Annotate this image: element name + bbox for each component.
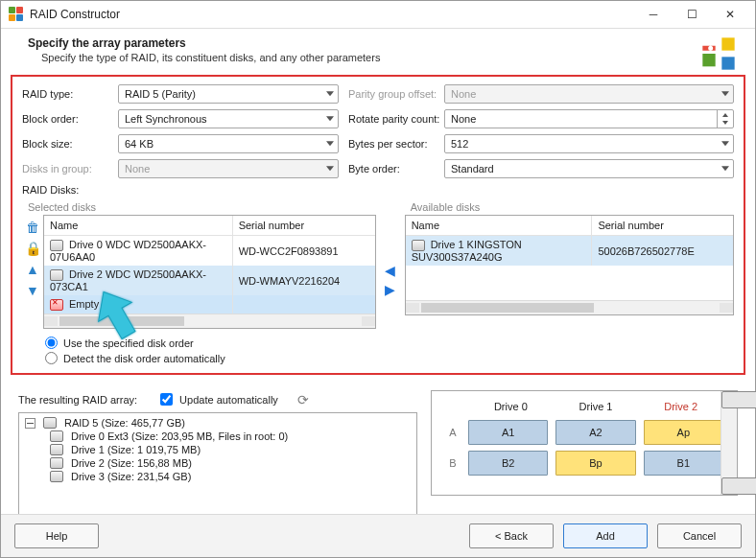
move-up-button[interactable]: ▲ bbox=[24, 261, 41, 278]
app-icon bbox=[9, 7, 24, 22]
delete-disk-button[interactable]: 🗑 bbox=[24, 219, 41, 236]
page-description: Specify the type of RAID, its constituen… bbox=[28, 52, 740, 63]
wizard-header: Specify the array parameters Specify the… bbox=[1, 29, 755, 73]
drive-icon bbox=[50, 269, 63, 281]
cancel-button[interactable]: Cancel bbox=[657, 523, 742, 548]
rotate-parity-label: Rotate parity count: bbox=[348, 113, 444, 125]
v-scrollbar[interactable] bbox=[721, 391, 737, 495]
raid-type-label: RAID type: bbox=[22, 88, 118, 100]
map-header: Drive 2 bbox=[638, 401, 723, 412]
parameters-frame: RAID type: RAID 5 (Parity) Parity group … bbox=[11, 75, 745, 375]
list-item[interactable]: Drive 0 WDC WD2500AAKX-07U6AA0 WD-WCC2F0… bbox=[44, 236, 375, 266]
drive-icon bbox=[50, 430, 63, 442]
chevron-down-icon bbox=[721, 141, 729, 146]
chevron-down-icon bbox=[326, 91, 334, 96]
help-button[interactable]: Help bbox=[14, 523, 99, 548]
back-button[interactable]: < Back bbox=[469, 523, 554, 548]
bytes-per-sector-label: Bytes per sector: bbox=[348, 138, 444, 150]
lock-disk-button[interactable]: 🔒 bbox=[24, 240, 41, 257]
block-order-label: Block order: bbox=[22, 113, 118, 125]
refresh-icon[interactable]: ⟳ bbox=[297, 392, 309, 407]
map-cell: Ap bbox=[644, 420, 723, 445]
map-header: Drive 0 bbox=[468, 401, 554, 412]
drive-icon bbox=[50, 444, 63, 455]
list-item[interactable]: Drive 2 WDC WD2500AAKX-073CA1 WD-WMAYV22… bbox=[44, 266, 375, 295]
puzzle-icon bbox=[699, 35, 738, 75]
raid-disks-area: Selected disks 🗑 🔒 ▲ ▼ Name Serial numbe… bbox=[22, 201, 734, 329]
window-title: RAID Constructor bbox=[30, 8, 120, 21]
tree-item[interactable]: RAID 5 (Size: 465,77 GB) bbox=[25, 416, 411, 430]
app-window: RAID Constructor ─ ☐ ✕ Specify the array… bbox=[0, 0, 756, 558]
bytes-per-sector-combo[interactable]: 512 bbox=[444, 134, 734, 153]
wizard-footer: Help < Back Add Cancel bbox=[1, 514, 755, 557]
result-section: The resulting RAID array: Update automat… bbox=[1, 381, 755, 522]
parity-offset-label: Parity group offset: bbox=[348, 88, 444, 100]
spinner-icon[interactable] bbox=[717, 110, 733, 128]
col-name[interactable]: Name bbox=[44, 216, 233, 235]
h-scrollbar[interactable] bbox=[406, 300, 733, 314]
update-auto-checkbox[interactable]: Update automatically bbox=[156, 390, 278, 408]
disks-in-group-label: Disks in group: bbox=[22, 163, 118, 174]
col-name[interactable]: Name bbox=[406, 216, 593, 235]
map-cell: Bp bbox=[555, 451, 635, 476]
rotate-parity-spin[interactable]: None bbox=[444, 109, 734, 128]
block-size-combo[interactable]: 64 KB bbox=[118, 134, 339, 153]
map-row: B B2 Bp B1 bbox=[445, 451, 723, 476]
tree-item[interactable]: Drive 3 (Size: 231,54 GB) bbox=[25, 470, 411, 483]
map-cell: B1 bbox=[644, 451, 723, 476]
transfer-buttons: ◀ ▶ bbox=[380, 201, 401, 329]
selected-disks-label: Selected disks bbox=[28, 201, 376, 213]
chevron-down-icon bbox=[326, 141, 334, 146]
use-specified-order-radio[interactable]: Use the specified disk order bbox=[45, 337, 734, 349]
block-size-label: Block size: bbox=[22, 138, 118, 150]
selected-disks-list[interactable]: Name Serial number Drive 0 WDC WD2500AAK… bbox=[43, 215, 376, 329]
raid-disks-label: RAID Disks: bbox=[22, 184, 734, 196]
raid-type-combo[interactable]: RAID 5 (Parity) bbox=[118, 84, 339, 104]
maximize-button[interactable]: ☐ bbox=[673, 1, 711, 28]
minimize-button[interactable]: ─ bbox=[634, 1, 673, 28]
map-cell: A1 bbox=[468, 420, 548, 445]
map-header: Drive 1 bbox=[554, 401, 639, 412]
byte-order-label: Byte order: bbox=[348, 163, 444, 174]
selected-disks-toolbar: 🗑 🔒 ▲ ▼ bbox=[22, 215, 43, 329]
tree-item[interactable]: Drive 0 Ext3 (Size: 203,95 MB, Files in … bbox=[25, 430, 411, 443]
drive-icon bbox=[50, 240, 63, 251]
parity-offset-combo: None bbox=[444, 84, 734, 104]
drive-icon bbox=[50, 471, 63, 482]
h-scrollbar[interactable] bbox=[44, 314, 375, 328]
remove-from-selected-button[interactable]: ▶ bbox=[382, 283, 399, 296]
drive-icon bbox=[412, 240, 425, 251]
close-button[interactable]: ✕ bbox=[711, 1, 749, 28]
tree-item[interactable]: Drive 2 (Size: 156,88 MB) bbox=[25, 456, 411, 470]
map-cell: A2 bbox=[555, 420, 635, 445]
chevron-down-icon bbox=[721, 166, 729, 171]
result-tree[interactable]: RAID 5 (Size: 465,77 GB) Drive 0 Ext3 (S… bbox=[18, 412, 417, 516]
block-order-combo[interactable]: Left Synchronous bbox=[118, 109, 339, 128]
col-serial[interactable]: Serial number bbox=[592, 216, 733, 235]
chevron-down-icon bbox=[326, 116, 334, 121]
detect-order-radio[interactable]: Detect the disk order automatically bbox=[45, 352, 734, 364]
col-serial[interactable]: Serial number bbox=[233, 216, 375, 235]
add-to-selected-button[interactable]: ◀ bbox=[382, 264, 399, 277]
available-disks-label: Available disks bbox=[411, 201, 734, 213]
raid-icon bbox=[43, 417, 57, 429]
add-button[interactable]: Add bbox=[563, 523, 648, 548]
list-item[interactable]: Drive 1 KINGSTON SUV300S37A240G 50026B72… bbox=[406, 236, 733, 266]
move-down-button[interactable]: ▼ bbox=[24, 282, 41, 299]
map-row: A A1 A2 Ap bbox=[445, 420, 723, 445]
title-bar: RAID Constructor ─ ☐ ✕ bbox=[1, 1, 755, 29]
result-label: The resulting RAID array: bbox=[18, 394, 137, 406]
tree-item[interactable]: Drive 1 (Size: 1 019,75 MB) bbox=[25, 443, 411, 456]
empty-disk-icon bbox=[50, 299, 63, 311]
page-title: Specify the array parameters bbox=[28, 36, 740, 50]
byte-order-combo[interactable]: Standard bbox=[444, 159, 734, 178]
drive-icon bbox=[50, 457, 63, 469]
available-disks-list[interactable]: Name Serial number Drive 1 KINGSTON SUV3… bbox=[405, 215, 734, 315]
map-cell: B2 bbox=[468, 451, 548, 476]
disks-in-group-combo: None bbox=[118, 159, 339, 178]
collapse-icon[interactable] bbox=[25, 418, 35, 429]
list-item[interactable]: Empty disk bbox=[44, 295, 375, 314]
disk-order-radio-group: Use the specified disk order Detect the … bbox=[45, 337, 734, 364]
chevron-down-icon bbox=[721, 91, 729, 96]
chevron-down-icon bbox=[326, 166, 334, 171]
